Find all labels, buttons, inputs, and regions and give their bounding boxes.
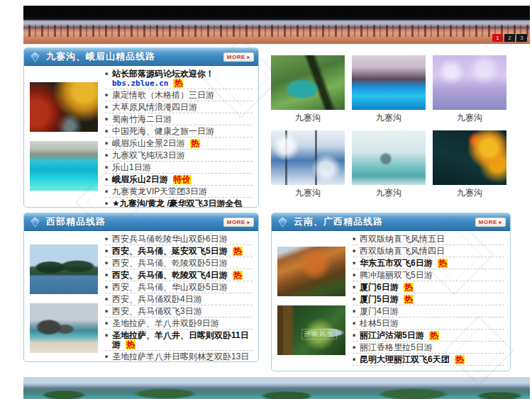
tour-photo-autumn-foliage[interactable] (30, 82, 98, 132)
gallery-photo[interactable] (352, 130, 426, 185)
hot-badge: 热 (190, 139, 200, 148)
tour-list-item[interactable]: 西安兵马俑乾陵华山双卧6日游 (105, 233, 253, 245)
tour-list-item[interactable]: 厦门6日游热 (353, 281, 504, 293)
gallery-caption: 九寨沟 (271, 110, 345, 125)
tour-list-item[interactable]: 九寨黄龙VIP天堂团3日游 (105, 186, 253, 198)
tour-title: 西安兵马俑乾陵华山双卧6日游 (112, 234, 228, 244)
tour-list-item[interactable]: 九寨双飞纯玩3日游 (105, 150, 253, 162)
hot-badge: 热 (233, 271, 243, 280)
tour-title: 西安、兵马俑、华山双卧5日游 (112, 282, 228, 292)
more-button[interactable]: MORE ▸ (223, 218, 254, 227)
tour-list-item[interactable]: 丽江香格里拉5日游 (353, 342, 504, 354)
tour-list-item[interactable]: 峨眉乐山2日游特价 (105, 174, 253, 186)
tour-list-item[interactable]: 中国死海、健康之旅一日游 (105, 125, 253, 137)
tour-title: 昆明大理丽江双飞6天团 (360, 354, 450, 364)
gallery-cell: 九寨沟 (433, 130, 506, 201)
gallery-caption: 九寨沟 (433, 185, 506, 201)
gallery-photo[interactable] (352, 55, 426, 110)
tour-photo-turquoise-pool[interactable] (30, 141, 98, 191)
photo-column (30, 233, 101, 362)
gallery-photo[interactable] (271, 130, 345, 185)
tour-list-item[interactable]: 圣地拉萨、羊八井、日喀则双卧11日游热 (105, 330, 253, 351)
tour-title: 腾冲瑞丽双飞5日游 (360, 270, 433, 280)
tour-title: 大草原风情浪漫四日游 (112, 102, 197, 112)
tour-list-item[interactable]: 站长部落源码论坛欢迎你！ bbs.zblue.cn热 (105, 68, 253, 89)
tour-title: 九寨黄龙VIP天堂团3日游 (112, 186, 207, 196)
tour-list: 站长部落源码论坛欢迎你！ bbs.zblue.cn热康定情歌（木格措）三日游大草… (105, 68, 253, 208)
panel-body: 云南风光 西双版纳直飞风情五日西双版纳直飞风情四日华东五市双飞6日游热腾冲瑞丽双… (272, 231, 510, 366)
tour-list-item[interactable]: 乐山1日游 (105, 162, 253, 174)
tour-list-item[interactable]: ★九寨沟/黄龙 /豪华双飞3日游全包特价 (105, 198, 253, 208)
tour-list-item[interactable]: 西安、兵马俑、乾陵双飞4日游热 (105, 269, 253, 281)
tour-list-column: 西安兵马俑乾陵华山双卧6日游西安、兵马俑、延安双飞5日游热西安、兵马俑、乾陵双卧… (101, 233, 253, 362)
tour-title: 丽江香格里拉5日游 (360, 342, 433, 352)
banner-page-button[interactable]: 2 (504, 34, 515, 42)
tour-title: 西双版纳直飞风情五日 (360, 234, 445, 244)
tour-list-item[interactable]: 西安、兵马俑、华山双卧5日游 (105, 281, 253, 293)
tour-list-item[interactable]: 蜀南竹海二日游 (105, 113, 253, 125)
tour-title: 桂林5日游 (360, 318, 399, 328)
hot-badge: 热 (173, 79, 183, 88)
gallery-caption: 九寨沟 (271, 185, 345, 201)
gallery-photo[interactable] (433, 130, 506, 185)
gallery-caption: 九寨沟 (352, 110, 426, 125)
tour-list-item[interactable]: 圣地拉萨、羊八井双卧9日游 (105, 317, 253, 330)
tour-photo-red-mountains[interactable] (277, 247, 345, 296)
gem-icon (30, 217, 40, 227)
gallery-cell: 九寨沟 (271, 55, 345, 125)
tour-title: 厦门4日游 (360, 306, 399, 316)
panel-title: 云南、广西精品线路 (294, 215, 383, 228)
tour-list-item[interactable]: 西双版纳直飞风情五日 (353, 233, 504, 245)
tour-title: 西安、兵马俑、乾陵双飞4日游 (112, 270, 228, 280)
tour-title: 峨眉乐山2日游 (112, 174, 168, 184)
tour-list-item[interactable]: 西安、兵马俑、乾陵双卧5日游 (105, 257, 253, 269)
tour-title: 站长部落源码论坛欢迎你！ (112, 69, 214, 79)
tour-title: 蜀南竹海二日游 (112, 114, 172, 124)
tour-list-item[interactable]: 腾冲瑞丽双飞5日游 (353, 269, 504, 281)
tour-title: 西安、兵马俑双卧4日游 (112, 294, 202, 304)
tour-photo-forest-stairs[interactable]: 云南风光 (277, 305, 345, 355)
footer-banner-image (23, 377, 530, 399)
hot-badge: 热 (126, 340, 135, 349)
tour-list: 西安兵马俑乾陵华山双卧6日游西安、兵马俑、延安双飞5日游热西安、兵马俑、乾陵双卧… (105, 233, 253, 362)
tour-photo-rocky-shore[interactable] (30, 303, 98, 353)
banner-page-button[interactable]: 3 (516, 34, 527, 42)
tour-list-item[interactable]: 西双版纳直飞风情四日 (353, 245, 504, 257)
banner-page-button[interactable]: 1 (492, 34, 503, 42)
tour-list-item[interactable]: 桂林5日游 (353, 317, 504, 330)
banner-reflection-texture (23, 25, 530, 37)
gem-icon (30, 52, 40, 62)
tour-title: 西安、兵马俑双飞3日游 (112, 306, 202, 316)
promo-badge: 特价 (173, 175, 192, 184)
tour-title: 西双版纳直飞风情四日 (360, 246, 445, 256)
gallery-photo[interactable] (433, 55, 506, 110)
tour-list-item[interactable]: 圣地拉萨羊八井日喀则林芝双卧13日游 (105, 351, 253, 362)
tour-list-item[interactable]: 厦门4日游 (353, 305, 504, 317)
panel-header: 西部精品线路 MORE ▸ (24, 213, 258, 231)
tour-list-item[interactable]: 康定情歌（木格措）三日游 (105, 89, 253, 101)
gallery-caption: 九寨沟 (352, 185, 426, 201)
photo-column: 云南风光 (277, 233, 348, 366)
tour-link[interactable]: bbs.zblue.cn (112, 79, 168, 88)
tour-list-item[interactable]: 大草原风情浪漫四日游 (105, 101, 253, 113)
tour-list-item[interactable]: 西安、兵马俑双卧4日游 (105, 293, 253, 305)
gallery-photo[interactable] (271, 55, 345, 110)
gem-icon (277, 217, 288, 227)
more-button[interactable]: MORE ▸ (223, 52, 254, 62)
photo-column (30, 68, 101, 208)
tour-list-item[interactable]: 西安、兵马俑、延安双飞5日游热 (105, 245, 253, 257)
tour-photo-palm-beach[interactable] (30, 245, 98, 294)
tour-list-item[interactable]: 西安、兵马俑双飞3日游 (105, 305, 253, 317)
gallery-cell: 九寨沟 (271, 130, 345, 201)
tour-title: 厦门6日游 (360, 282, 399, 292)
tour-list-item[interactable]: 丽江泸沽湖5日游热 (353, 330, 504, 342)
more-button[interactable]: MORE ▸ (475, 218, 506, 227)
tour-list-item[interactable]: 昆明大理丽江双飞6天团热 (353, 354, 504, 366)
tour-list-item[interactable]: 厦门5日游热 (353, 293, 504, 305)
tour-list-item[interactable]: 华东五市双飞6日游热 (353, 257, 504, 269)
tour-title: 丽江泸沽湖5日游 (360, 330, 424, 340)
tour-title: 厦门5日游 (360, 294, 399, 304)
tour-title: 西安、兵马俑、延安双飞5日游 (112, 246, 228, 256)
tour-title: 西安、兵马俑、乾陵双卧5日游 (112, 258, 228, 268)
tour-list-item[interactable]: 峨眉乐山全景2日游热 (105, 137, 253, 150)
